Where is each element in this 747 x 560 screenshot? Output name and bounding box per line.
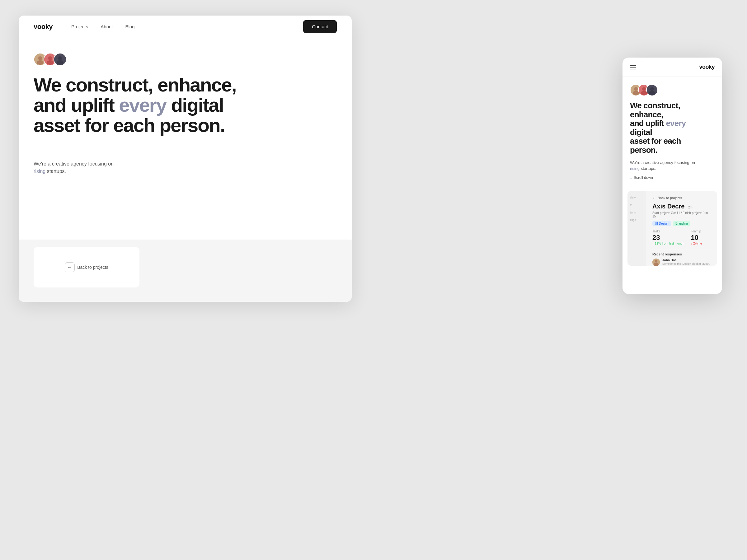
mobile-hero: We construct, enhance, and uplift every …	[622, 77, 722, 187]
svg-point-5	[47, 60, 54, 65]
desktop-nav: vooky Projects About Blog Contact	[19, 16, 352, 38]
panel-item-jects: jects	[630, 211, 644, 214]
desktop-bottom-section: ← Back to projects	[19, 240, 352, 302]
panel-item-view: view	[630, 196, 644, 199]
app-project-title: Axis Decre 2m	[652, 203, 712, 210]
nav-link-about[interactable]: About	[101, 24, 113, 29]
mobile-window: vooky	[622, 58, 722, 294]
tag-ui-design: UI Design	[652, 221, 671, 226]
app-divider	[652, 249, 712, 249]
mobile-hero-title: We construct, enhance, and uplift every …	[630, 101, 715, 155]
app-dates: Start project: Oct 11 / Finish project: …	[652, 211, 712, 218]
arrow-down-icon: ↓	[630, 176, 632, 180]
svg-point-17	[649, 91, 655, 95]
svg-point-10	[634, 87, 638, 91]
app-tags: UI Design Branding	[652, 221, 712, 226]
tag-branding: Branding	[673, 221, 690, 226]
app-back-link[interactable]: ← Back to projects	[652, 196, 712, 200]
svg-point-13	[642, 87, 646, 91]
svg-point-19	[655, 260, 658, 263]
mobile-highlight-word: every	[666, 118, 686, 128]
scroll-down[interactable]: ↓ Scroll down	[630, 176, 715, 180]
desktop-hero-title: We construct, enhance, and uplift every …	[34, 75, 270, 135]
svg-point-2	[37, 60, 44, 65]
app-main-content: ← Back to projects Axis Decre 2m Start p…	[652, 196, 712, 266]
back-to-projects-card[interactable]: ← Back to projects	[34, 247, 139, 288]
tasks-stat: Tasks 23 ↑ 11% from last month	[652, 230, 683, 245]
desktop-highlight-word: every	[119, 94, 166, 116]
response-content: John Doe Sometimes the 'Design sidebar l…	[662, 259, 712, 266]
avatar-3	[54, 53, 67, 66]
svg-point-14	[641, 91, 647, 95]
arrow-left-icon: ←	[65, 262, 75, 272]
mobile-app-panel: view m jects tings ← Back to projects Ax…	[627, 191, 717, 266]
response-avatar	[652, 259, 660, 266]
project-badge: 2m	[688, 206, 693, 209]
svg-point-1	[38, 56, 42, 60]
desktop-hero-subtitle: We're a creative agency focusing on risi…	[34, 160, 337, 175]
team-stat: Team p 10 ↓ 2% he	[691, 230, 702, 245]
svg-point-4	[48, 56, 52, 60]
desktop-window: vooky Projects About Blog Contact	[19, 16, 352, 302]
back-arrow-icon: ←	[652, 196, 656, 200]
svg-point-8	[57, 60, 63, 65]
app-stats: Tasks 23 ↑ 11% from last month Team p 10…	[652, 230, 712, 245]
response-item: John Doe Sometimes the 'Design sidebar l…	[652, 259, 712, 266]
contact-button[interactable]: Contact	[303, 20, 337, 33]
desktop-rising-word: rising	[34, 169, 46, 174]
mobile-avatar-group	[630, 84, 715, 95]
back-button[interactable]: ← Back to projects	[65, 262, 108, 272]
svg-point-11	[633, 91, 639, 95]
mobile-hero-subtitle: We're a creative agency focusing on risi…	[630, 160, 715, 172]
nav-link-blog[interactable]: Blog	[125, 24, 134, 29]
nav-link-projects[interactable]: Projects	[71, 24, 88, 29]
mobile-avatar-3	[646, 84, 657, 95]
desktop-nav-links: Projects About Blog	[71, 24, 303, 29]
mobile-nav: vooky	[622, 58, 722, 77]
mobile-rising-word: rising	[630, 166, 640, 171]
mobile-logo: vooky	[699, 64, 715, 70]
svg-point-16	[650, 87, 654, 91]
app-left-panel: view m jects tings	[627, 191, 646, 266]
hamburger-menu[interactable]	[630, 65, 636, 70]
svg-point-7	[58, 56, 62, 60]
desktop-hero: We construct, enhance, and uplift every …	[19, 38, 352, 175]
desktop-avatar-group	[34, 53, 337, 66]
recent-responses-title: Recent responses	[652, 252, 712, 256]
panel-item-m: m	[630, 204, 644, 207]
panel-item-tings: tings	[630, 218, 644, 221]
desktop-logo: vooky	[34, 23, 53, 31]
